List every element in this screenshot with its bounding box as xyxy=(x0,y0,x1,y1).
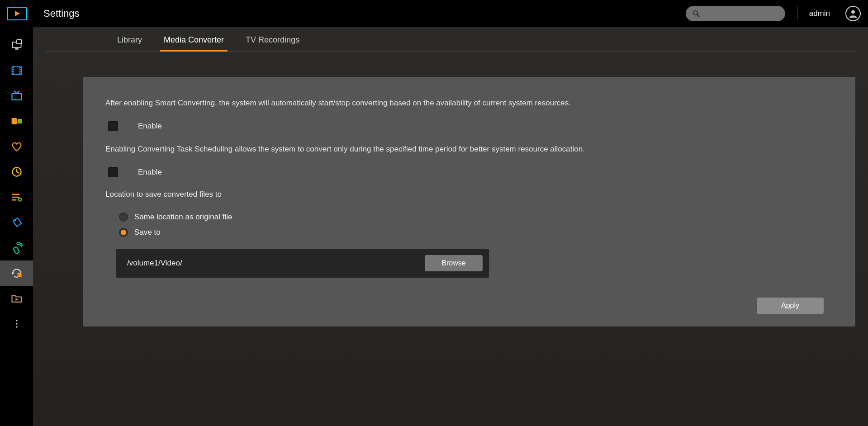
svg-marker-0 xyxy=(15,11,20,16)
svg-rect-10 xyxy=(12,68,14,69)
sidebar-item-tv[interactable] xyxy=(0,83,33,109)
settings-panel: After enabling Smart Converting, the sys… xyxy=(83,77,855,327)
search-input[interactable] xyxy=(686,6,785,21)
apply-button[interactable]: Apply xyxy=(757,298,824,314)
page-title: Settings xyxy=(43,8,80,19)
path-box: /volume1/Video/ Browse xyxy=(116,249,489,278)
svg-rect-20 xyxy=(17,119,22,124)
tab-tv-recordings[interactable]: TV Recordings xyxy=(246,35,299,51)
camera-stream-icon xyxy=(10,115,23,128)
radio-save-to[interactable] xyxy=(119,228,128,237)
svg-line-23 xyxy=(17,172,19,173)
svg-point-3 xyxy=(851,10,855,14)
svg-point-38 xyxy=(16,326,18,328)
tabs: Library Media Converter TV Recordings xyxy=(46,27,855,52)
scheduling-description: Enabling Converting Task Scheduling allo… xyxy=(105,144,833,155)
convert-icon xyxy=(10,267,23,279)
svg-rect-11 xyxy=(12,70,14,71)
sidebar-item-devices[interactable] xyxy=(0,33,33,58)
tab-library[interactable]: Library xyxy=(117,35,142,51)
sidebar xyxy=(0,27,33,426)
playlist-icon xyxy=(10,191,23,204)
sidebar-item-video[interactable] xyxy=(0,58,33,83)
sidebar-item-playlist[interactable] xyxy=(0,185,33,210)
sidebar-item-remote[interactable] xyxy=(0,235,33,260)
folder-play-icon xyxy=(10,292,23,305)
location-label: Location to save converted files to xyxy=(105,190,833,199)
more-vertical-icon xyxy=(10,317,23,330)
header: Settings admin xyxy=(0,0,868,27)
search-icon xyxy=(692,9,700,18)
avatar[interactable] xyxy=(845,6,861,21)
radio-same-location[interactable] xyxy=(119,213,128,222)
clock-icon xyxy=(10,166,23,178)
svg-marker-35 xyxy=(15,298,18,301)
heart-icon xyxy=(10,140,23,153)
svg-point-36 xyxy=(16,320,18,322)
svg-point-37 xyxy=(16,323,18,325)
svg-rect-34 xyxy=(17,275,18,276)
browse-button[interactable]: Browse xyxy=(425,255,483,271)
play-icon xyxy=(14,10,21,17)
smart-converting-checkbox[interactable] xyxy=(108,121,118,131)
svg-rect-32 xyxy=(17,273,22,277)
sidebar-item-more[interactable] xyxy=(0,311,33,336)
svg-point-29 xyxy=(14,220,16,222)
svg-rect-30 xyxy=(13,246,19,254)
header-divider xyxy=(797,6,797,21)
user-name[interactable]: admin xyxy=(809,9,830,18)
radio-same-location-label: Same location as original file xyxy=(134,213,232,222)
svg-rect-33 xyxy=(17,275,18,275)
radio-save-to-label: Save to xyxy=(134,228,161,237)
scheduling-checkbox[interactable] xyxy=(108,167,118,177)
smart-converting-description: After enabling Smart Converting, the sys… xyxy=(105,98,833,109)
film-icon xyxy=(10,64,23,77)
svg-rect-14 xyxy=(20,70,21,71)
remote-icon xyxy=(10,241,23,254)
svg-rect-6 xyxy=(17,40,22,44)
sidebar-item-tag[interactable] xyxy=(0,210,33,235)
sidebar-item-folder[interactable] xyxy=(0,286,33,311)
svg-rect-13 xyxy=(20,68,21,69)
tag-icon xyxy=(10,216,23,229)
app-logo[interactable] xyxy=(7,7,27,20)
path-value: /volume1/Video/ xyxy=(127,259,417,268)
svg-rect-12 xyxy=(12,72,14,74)
sidebar-item-favourites[interactable] xyxy=(0,134,33,159)
svg-rect-5 xyxy=(15,48,18,50)
svg-rect-19 xyxy=(11,118,16,124)
monitor-icon xyxy=(10,39,23,52)
user-icon xyxy=(848,9,858,19)
main-content: Library Media Converter TV Recordings Af… xyxy=(33,27,868,426)
svg-line-2 xyxy=(697,14,699,17)
tab-media-converter[interactable]: Media Converter xyxy=(164,35,224,51)
scheduling-label: Enable xyxy=(138,168,162,177)
svg-rect-15 xyxy=(20,72,21,74)
smart-converting-label: Enable xyxy=(138,122,162,131)
sidebar-item-watchlater[interactable] xyxy=(0,159,33,185)
sidebar-item-convert[interactable] xyxy=(0,260,33,286)
tv-icon xyxy=(10,90,23,102)
sidebar-item-streaming[interactable] xyxy=(0,109,33,134)
svg-rect-16 xyxy=(12,94,21,100)
